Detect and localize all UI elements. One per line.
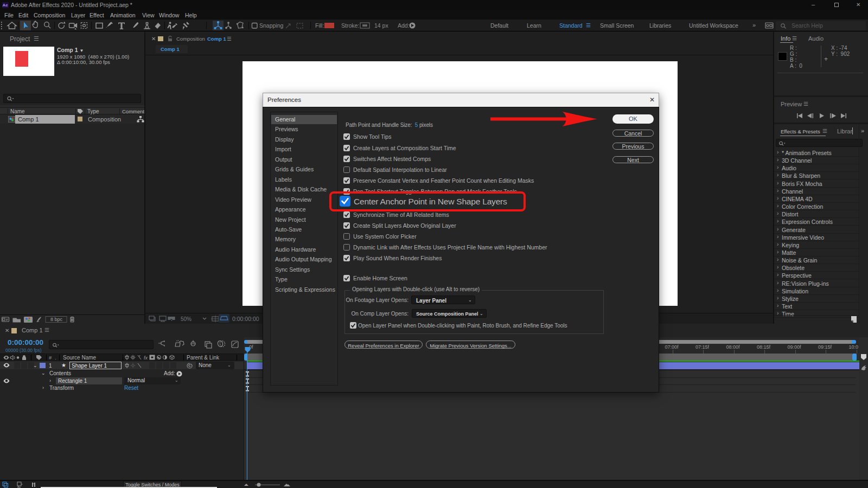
svg-text:14 px: 14 px [374, 22, 388, 29]
svg-text:Add:: Add: [398, 22, 410, 29]
svg-text:Fill:: Fill: [315, 22, 324, 29]
svg-text:50%: 50% [181, 316, 192, 322]
svg-text:Stroke:: Stroke: [341, 22, 359, 29]
svg-text:fx: fx [144, 355, 148, 361]
svg-text:Snapping: Snapping [259, 22, 284, 29]
svg-text:8 bpc: 8 bpc [50, 317, 63, 322]
